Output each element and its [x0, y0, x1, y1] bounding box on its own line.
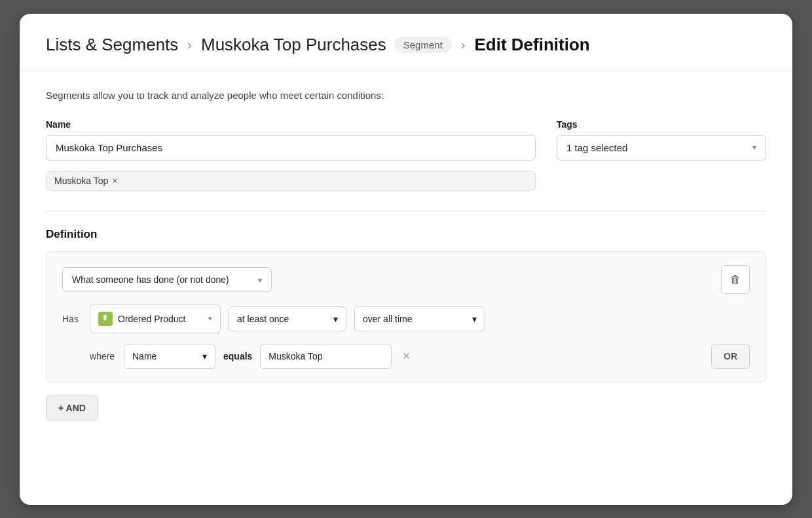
main-card: Lists & Segments › Muskoka Top Purchases… [20, 14, 792, 505]
frequency-select[interactable]: at least once ▾ [229, 306, 346, 331]
condition-type-value: What someone has done (or not done) [72, 274, 229, 285]
tag-chip-label: Muskoka Top [54, 176, 108, 186]
breadcrumb-segment-name[interactable]: Muskoka Top Purchases [201, 35, 386, 55]
time-select[interactable]: over all time ▾ [354, 306, 485, 331]
definition-section: Definition What someone has done (or not… [46, 228, 766, 420]
tags-chevron-icon: ▾ [752, 143, 756, 152]
page-title: Edit Definition [474, 35, 589, 55]
breadcrumb-separator-2: › [461, 37, 466, 52]
header: Lists & Segments › Muskoka Top Purchases… [20, 14, 792, 71]
where-row: where Name ▾ equals ✕ OR [62, 344, 750, 369]
tags-select[interactable]: 1 tag selected ▾ [557, 135, 766, 160]
event-label: Ordered Product [118, 314, 186, 324]
breadcrumb: Lists & Segments › Muskoka Top Purchases… [46, 35, 766, 55]
condition-type-chevron-icon [258, 274, 262, 285]
tag-chip-remove[interactable]: × [112, 176, 117, 186]
or-button[interactable]: OR [711, 344, 750, 369]
breadcrumb-separator-1: › [187, 37, 192, 52]
has-row: Has Ordered Product ▾ at least onc [62, 305, 750, 333]
breadcrumb-lists-segments[interactable]: Lists & Segments [46, 35, 178, 55]
form-row: Name Muskoka Top × Tags 1 tag selected ▾ [46, 119, 766, 191]
tag-chip: Muskoka Top × [46, 171, 536, 191]
frequency-chevron-icon: ▾ [333, 314, 338, 324]
condition-main: What someone has done (or not done) [62, 267, 713, 292]
definition-box: What someone has done (or not done) 🗑 Ha… [46, 251, 766, 382]
definition-title: Definition [46, 228, 766, 241]
time-value: over all time [363, 314, 412, 324]
content: Segments allow you to track and analyze … [20, 71, 792, 468]
trash-icon: 🗑 [730, 274, 741, 286]
clear-value-button[interactable]: ✕ [399, 347, 413, 365]
time-chevron-icon: ▾ [472, 314, 477, 324]
has-label: Has [62, 314, 82, 324]
form-section: Name Muskoka Top × Tags 1 tag selected ▾ [46, 119, 766, 191]
name-group: Name Muskoka Top × [46, 119, 536, 191]
frequency-value: at least once [237, 314, 289, 324]
field-chevron-icon: ▾ [202, 351, 207, 361]
tags-label: Tags [557, 119, 766, 130]
condition-type-row: What someone has done (or not done) 🗑 [62, 265, 750, 294]
segment-badge: Segment [394, 37, 452, 53]
delete-condition-button[interactable]: 🗑 [721, 265, 750, 294]
shopify-icon [98, 312, 113, 326]
value-input[interactable] [260, 344, 392, 369]
equals-label: equals [223, 351, 252, 361]
and-button[interactable]: + AND [46, 396, 98, 420]
name-input[interactable] [46, 135, 536, 160]
field-select[interactable]: Name ▾ [124, 344, 215, 369]
event-chevron-icon: ▾ [208, 314, 212, 323]
field-value: Name [132, 351, 157, 361]
tags-select-value: 1 tag selected [566, 142, 627, 153]
description-text: Segments allow you to track and analyze … [46, 90, 766, 101]
where-label: where [90, 351, 116, 361]
divider [46, 212, 766, 212]
condition-type-select[interactable]: What someone has done (or not done) [62, 267, 272, 292]
name-label: Name [46, 119, 536, 130]
tags-group: Tags 1 tag selected ▾ [557, 119, 766, 160]
event-select[interactable]: Ordered Product ▾ [90, 305, 221, 333]
